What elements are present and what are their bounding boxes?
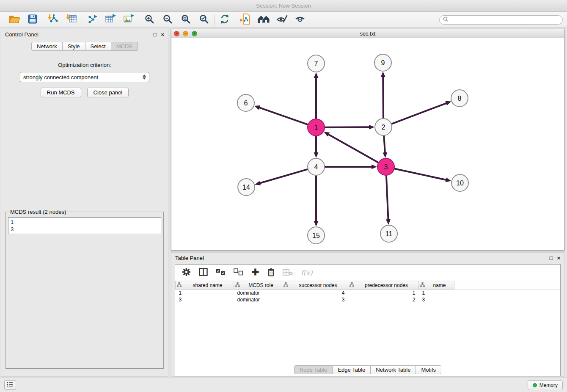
column-header[interactable]: name <box>419 281 454 290</box>
show-style-button[interactable] <box>275 14 288 26</box>
sort-tree-icon <box>235 282 240 288</box>
close-panel-button[interactable]: Close panel <box>87 88 129 97</box>
result-item[interactable]: 3 <box>11 226 159 233</box>
node-table-header-row: shared nameMCDS rolesuccessor nodesprede… <box>176 281 561 290</box>
tab-network[interactable]: Network <box>31 42 63 51</box>
tab-motifs[interactable]: Motifs <box>416 365 441 374</box>
graph-node[interactable]: 15 <box>308 227 325 244</box>
tab-style[interactable]: Style <box>63 42 85 51</box>
graph-node[interactable]: 10 <box>451 174 468 191</box>
tab-node-table[interactable]: Node Table <box>294 365 333 374</box>
window-close-button[interactable]: × <box>174 31 179 36</box>
column-header[interactable]: successor nodes <box>282 281 348 290</box>
main-toolbar <box>0 12 567 28</box>
table-panel-header: Table Panel □ × <box>171 253 564 263</box>
graph-edge[interactable] <box>254 105 308 124</box>
graph-edge[interactable] <box>314 72 319 119</box>
graph-node[interactable]: 4 <box>308 158 325 175</box>
zoom-selected-button[interactable] <box>198 14 210 26</box>
graph-edge[interactable] <box>325 165 377 169</box>
column-header[interactable]: MCDS role <box>234 281 282 290</box>
column-header[interactable]: shared name <box>176 281 234 290</box>
close-panel-icon[interactable]: × <box>557 255 560 261</box>
run-mcds-button[interactable]: Run MCDS <box>41 88 81 97</box>
function-builder-button[interactable]: f(x) <box>301 269 312 277</box>
chevron-up-down-icon <box>143 75 146 80</box>
unchecked-boxes-icon <box>234 268 243 277</box>
zoom-out-button[interactable] <box>161 14 174 26</box>
export-table-button[interactable] <box>104 14 117 26</box>
window-zoom-button[interactable]: + <box>192 31 197 36</box>
mcds-result-list[interactable]: 13 <box>8 217 161 234</box>
refresh-layout-button[interactable] <box>218 14 231 26</box>
graph-edge[interactable] <box>383 136 387 158</box>
tab-mcds[interactable]: MCDS <box>111 42 138 51</box>
tab-network-table[interactable]: Network Table <box>371 365 416 374</box>
table-row[interactable]: 1dominator411 <box>176 290 561 296</box>
search-field[interactable] <box>439 15 563 25</box>
graph-edge[interactable] <box>324 132 378 162</box>
table-row[interactable]: 3dominator323 <box>176 296 561 303</box>
list-icon <box>7 382 14 388</box>
graph-node-label: 9 <box>381 59 385 66</box>
graph-edge[interactable] <box>325 125 374 130</box>
zoom-fit-button[interactable] <box>179 14 192 26</box>
graph-node[interactable]: 7 <box>308 55 325 72</box>
memory-button-label: Memory <box>539 382 558 388</box>
column-header[interactable]: predecessor nodes <box>348 281 419 290</box>
select-all-button[interactable] <box>216 268 226 277</box>
memory-button[interactable]: Memory <box>528 380 563 390</box>
graph-node[interactable]: 6 <box>237 94 254 111</box>
float-panel-icon[interactable]: □ <box>550 255 553 261</box>
graph-node[interactable]: 1 <box>308 119 325 136</box>
window-minimize-button[interactable]: − <box>183 31 188 36</box>
graph-node[interactable]: 8 <box>451 90 468 107</box>
table-panel-tabs: Node TableEdge TableNetwork TableMotifs <box>294 365 441 374</box>
import-network-button[interactable] <box>47 14 60 26</box>
open-session-button[interactable] <box>8 14 21 26</box>
table-settings-button[interactable] <box>182 268 191 278</box>
table-panel: Table Panel □ × <box>171 252 564 377</box>
graph-edge[interactable] <box>381 72 385 118</box>
graph-edge[interactable] <box>392 101 451 124</box>
tab-edge-table[interactable]: Edge Table <box>333 365 371 374</box>
show-columns-button[interactable] <box>199 268 208 277</box>
close-panel-icon[interactable]: × <box>161 32 164 37</box>
delete-row-button[interactable] <box>267 268 275 278</box>
import-table-button[interactable] <box>65 14 78 26</box>
search-input[interactable] <box>451 17 559 23</box>
task-history-button[interactable] <box>4 380 16 390</box>
graph-node-label: 1 <box>314 124 318 131</box>
graph-node-label: 11 <box>385 230 393 237</box>
node-table-body: 1dominator4113dominator323 <box>176 290 561 303</box>
graph-edge[interactable] <box>386 176 391 225</box>
criterion-dropdown[interactable]: strongly connected component <box>20 72 149 82</box>
graph-node[interactable]: 11 <box>380 225 397 242</box>
create-column-button[interactable] <box>251 268 259 277</box>
graph-edge[interactable] <box>255 169 308 185</box>
float-panel-icon[interactable]: □ <box>154 32 157 37</box>
home-button[interactable] <box>257 14 270 26</box>
tab-select[interactable]: Select <box>85 42 111 51</box>
graph-edge[interactable] <box>314 136 319 158</box>
graph-node[interactable]: 2 <box>375 119 392 135</box>
network-file-manager-button[interactable] <box>239 14 252 26</box>
zoom-in-button[interactable] <box>143 14 156 26</box>
show-graphics-details-button[interactable] <box>294 14 306 26</box>
graph-node[interactable]: 14 <box>238 179 255 196</box>
result-item[interactable]: 1 <box>11 218 159 226</box>
graph-node-label: 10 <box>456 179 464 187</box>
sort-tree-icon <box>420 282 425 288</box>
sort-tree-icon <box>284 282 288 288</box>
delete-column-button[interactable] <box>283 269 293 277</box>
network-canvas[interactable]: 7968124314101511 <box>171 38 564 250</box>
graph-node[interactable]: 3 <box>377 158 394 175</box>
graph-node[interactable]: 9 <box>374 54 391 71</box>
export-network-button[interactable] <box>86 14 99 26</box>
save-session-button[interactable] <box>26 14 39 26</box>
unselect-all-button[interactable] <box>234 268 243 277</box>
zoom-fit-icon <box>181 14 191 25</box>
export-image-button[interactable] <box>122 14 135 26</box>
graph-edge[interactable] <box>395 168 451 182</box>
graph-edge[interactable] <box>314 176 319 226</box>
